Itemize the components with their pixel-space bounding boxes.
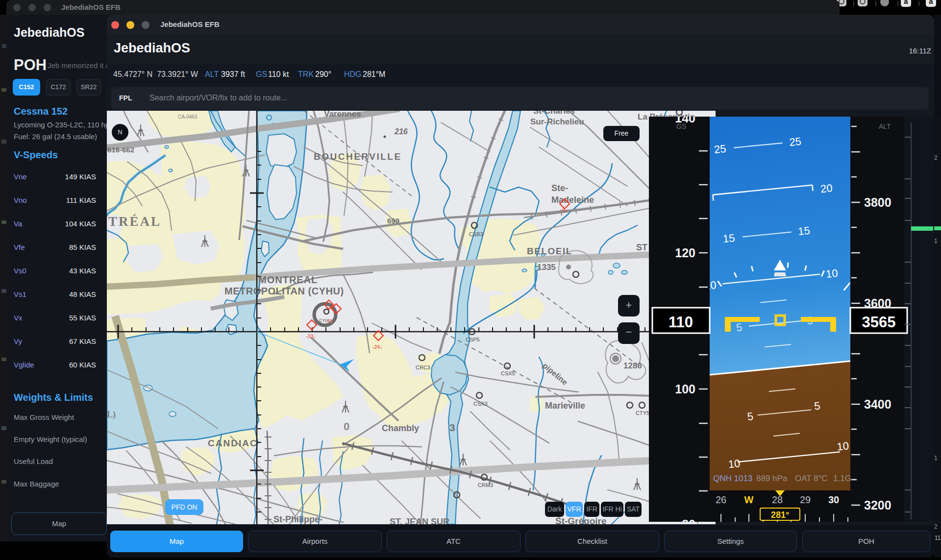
svg-text:26: 26 — [716, 494, 726, 505]
svg-text:OAT 8°C: OAT 8°C — [795, 474, 828, 483]
svg-text:140: 140 — [675, 117, 695, 125]
svg-text:St-Philippe-: St-Philippe- — [273, 514, 322, 524]
svg-text:30: 30 — [828, 494, 839, 505]
svg-text:CTY5: CTY5 — [636, 410, 649, 416]
svg-text:W: W — [744, 494, 754, 505]
svg-text:1.1G: 1.1G — [833, 474, 851, 483]
svg-text:10: 10 — [825, 267, 839, 280]
svg-text:CSX5: CSX5 — [501, 370, 515, 376]
svg-text:BOUCHERVILLE: BOUCHERVILLE — [314, 151, 402, 162]
svg-text:CSP5: CSP5 — [466, 337, 480, 342]
svg-text:St-Charles: St-Charles — [533, 111, 575, 116]
svg-text:3200: 3200 — [864, 498, 891, 512]
svg-text:ALT: ALT — [879, 122, 891, 130]
svg-text:Chambly: Chambly — [382, 423, 419, 433]
svg-text:CRM3: CRM3 — [478, 482, 493, 488]
svg-text:Marieville: Marieville — [545, 401, 585, 411]
svg-text:1335: 1335 — [537, 263, 556, 272]
svg-text:5: 5 — [736, 321, 743, 334]
svg-text:29: 29 — [800, 494, 811, 505]
svg-text:25: 25 — [789, 135, 802, 148]
svg-text:-24↓: -24↓ — [372, 344, 382, 350]
svg-text:15: 15 — [797, 224, 811, 238]
svg-text:616-662: 616-662 — [107, 146, 134, 154]
svg-text:110: 110 — [669, 314, 693, 331]
svg-text:CSB3: CSB3 — [469, 231, 483, 237]
svg-text:15: 15 — [722, 232, 736, 245]
svg-text:BELOEIL: BELOEIL — [527, 246, 572, 256]
svg-text:METROPOLITAN (CYHU): METROPOLITAN (CYHU) — [224, 286, 344, 296]
svg-text:ST: ST — [636, 243, 647, 252]
svg-text:Madeleine: Madeleine — [551, 195, 594, 205]
svg-text:MONTREAL: MONTREAL — [258, 274, 318, 285]
svg-text:MONTRÉAL: MONTRÉAL — [107, 214, 161, 229]
svg-text:CRC3: CRC3 — [416, 365, 430, 370]
svg-text:699: 699 — [387, 217, 399, 225]
svg-text:10: 10 — [728, 457, 741, 470]
svg-text:ST. JEAN SUR: ST. JEAN SUR — [390, 517, 449, 524]
svg-text:3800: 3800 — [864, 195, 891, 209]
svg-text:281°: 281° — [771, 510, 789, 520]
svg-text:-49: -49 — [325, 319, 333, 324]
svg-text:QNH 1013: QNH 1013 — [713, 474, 752, 483]
svg-text:3: 3 — [449, 422, 455, 433]
svg-text:3565: 3565 — [862, 314, 896, 331]
svg-text:20: 20 — [820, 182, 833, 195]
svg-text:10: 10 — [836, 439, 849, 453]
svg-text:Ste-: Ste- — [551, 183, 568, 193]
svg-text:CA-0463: CA-0463 — [178, 114, 198, 120]
svg-text:120: 120 — [675, 246, 695, 260]
svg-text:0: 0 — [344, 420, 349, 433]
svg-text:5: 5 — [747, 410, 754, 423]
svg-text:80: 80 — [682, 517, 695, 522]
svg-text:L): L) — [107, 410, 116, 420]
svg-text:5: 5 — [814, 399, 821, 412]
svg-text:28: 28 — [772, 494, 783, 505]
svg-text:Varennes: Varennes — [324, 111, 361, 119]
svg-text:CANDIAC: CANDIAC — [208, 438, 258, 448]
svg-text:St-Grégoire: St-Grégoire — [555, 516, 607, 524]
svg-text:216: 216 — [394, 127, 408, 136]
svg-text:100: 100 — [675, 382, 695, 396]
svg-text:-9↓: -9↓ — [561, 207, 568, 213]
svg-text:25: 25 — [714, 143, 727, 156]
svg-text:Sur-Richelieu: Sur-Richelieu — [530, 117, 584, 126]
svg-text:-33↓: -33↓ — [306, 333, 316, 339]
svg-text:889 hPa: 889 hPa — [756, 474, 788, 483]
svg-text:1286: 1286 — [623, 361, 642, 370]
svg-text:CSX3: CSX3 — [473, 401, 488, 407]
svg-text:3400: 3400 — [864, 397, 891, 411]
